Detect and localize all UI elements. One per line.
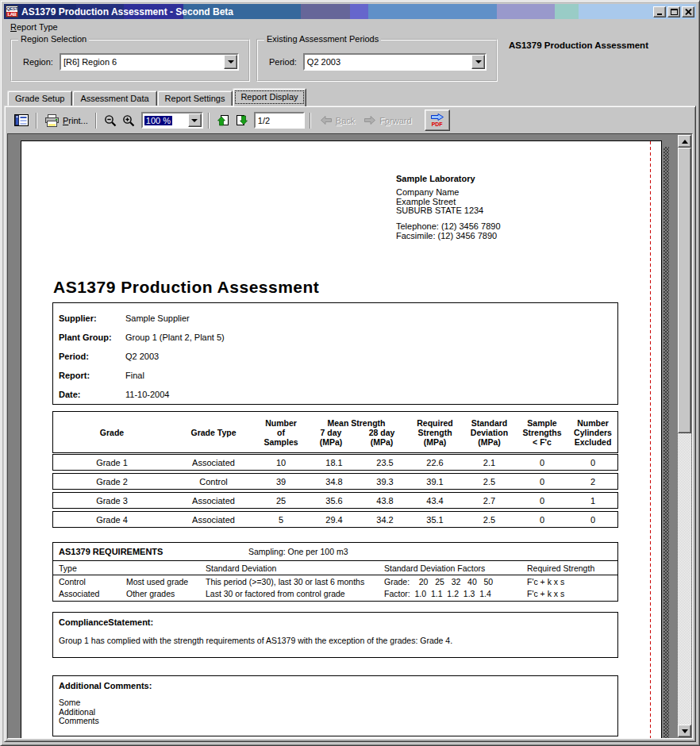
- zoom-in-button[interactable]: [120, 113, 138, 129]
- tabstrip: Grade Setup Assessment Data Report Setti…: [4, 87, 696, 106]
- period-dropdown-button[interactable]: [471, 55, 485, 69]
- toolbar-separator: [36, 113, 37, 129]
- letterhead-address: Company Name Example Street SUBURB STATE…: [396, 188, 483, 216]
- group-tree-toggle-button[interactable]: [12, 113, 31, 128]
- report-preview-area[interactable]: Sample Laboratory Company Name Example S…: [7, 133, 693, 739]
- vertical-scrollbar[interactable]: [678, 135, 691, 737]
- right-margin-guide: [650, 141, 651, 739]
- zoom-out-icon: [104, 114, 117, 127]
- back-label: Back: [336, 116, 355, 125]
- requirements-box: AS1379 REQUIREMENTS Sampling: One per 10…: [52, 542, 618, 602]
- zoom-level-combobox[interactable]: 100 %: [141, 112, 203, 129]
- app-window: QEST LAB AS1379 Production Assessment - …: [0, 0, 700, 746]
- region-selection-group: Region Selection Region: [R6] Region 6: [10, 39, 250, 82]
- period-value: Q2 2003: [305, 57, 471, 67]
- tab-grade-setup[interactable]: Grade Setup: [7, 90, 72, 106]
- report-title: AS1379 Production Assessment: [53, 278, 319, 297]
- grade-table-row: Grade 4Associated529.434.235.12.500: [52, 511, 618, 528]
- zoom-level-value: 100 %: [144, 116, 172, 125]
- titlebar[interactable]: QEST LAB AS1379 Production Assessment - …: [4, 4, 696, 19]
- menu-report-type[interactable]: Report Type: [10, 22, 58, 32]
- selection-panel: Region Selection Region: [R6] Region 6 E…: [4, 34, 696, 87]
- scrollbar-thumb[interactable]: [678, 148, 691, 433]
- grade-table-header: Grade Grade Type Number of Samples Mean …: [52, 411, 618, 453]
- report-display-page: Print... 100 %: [4, 106, 696, 742]
- pdf-export-icon: [431, 113, 444, 121]
- back-button[interactable]: Back: [316, 116, 360, 125]
- previous-page-button[interactable]: [214, 113, 233, 129]
- previous-page-icon: [217, 114, 230, 127]
- grade-table-row: Grade 2Control3934.839.339.12.502: [52, 473, 618, 490]
- report-toolbar: Print... 100 %: [7, 109, 693, 133]
- scroll-up-button[interactable]: [678, 135, 691, 148]
- arrow-up-icon: [682, 140, 688, 144]
- region-combobox[interactable]: [R6] Region 6: [60, 53, 239, 71]
- region-value: [R6] Region 6: [61, 57, 224, 67]
- arrow-down-icon: [682, 729, 688, 733]
- scroll-down-button[interactable]: [678, 725, 691, 737]
- report-page: Sample Laboratory Company Name Example S…: [21, 140, 662, 739]
- forward-button[interactable]: Forward: [360, 116, 416, 125]
- period-combobox[interactable]: Q2 2003: [303, 53, 487, 71]
- region-label: Region:: [23, 57, 53, 67]
- maximize-icon: [671, 9, 678, 15]
- chevron-down-icon: [228, 60, 234, 63]
- minimize-icon: [657, 13, 662, 15]
- grade-table-row: Grade 3Associated2535.643.843.42.701: [52, 492, 618, 509]
- zoom-in-icon: [122, 114, 136, 127]
- back-arrow-icon: [321, 116, 332, 125]
- close-icon: [685, 9, 692, 15]
- period-label: Period:: [269, 57, 297, 67]
- minimize-button[interactable]: [653, 6, 666, 17]
- close-button[interactable]: [682, 6, 694, 17]
- next-page-button[interactable]: [233, 113, 251, 129]
- region-dropdown-button[interactable]: [224, 55, 237, 69]
- printer-icon: [44, 114, 60, 127]
- window-title: AS1379 Production Assessment - Second Be…: [21, 6, 652, 17]
- toolbar-separator: [95, 113, 97, 129]
- letterhead-lab-name: Sample Laboratory: [396, 175, 475, 184]
- report-info-box: Supplier:Sample Supplier Plant Group:Gro…: [52, 302, 618, 405]
- zoom-out-button[interactable]: [102, 113, 120, 129]
- grade-table-row: Grade 1Associated1018.123.522.62.100: [52, 454, 618, 471]
- compliance-box: ComplianceStatement: Group 1 has complie…: [52, 612, 618, 658]
- toolbar-separator: [310, 113, 311, 129]
- letterhead-contact: Telephone: (12) 3456 7890 Facsimile: (12…: [396, 222, 501, 240]
- zoom-dropdown-button[interactable]: [188, 113, 202, 127]
- forward-arrow-icon: [364, 116, 375, 125]
- assessment-periods-group: Existing Assessment Periods Period: Q2 2…: [256, 39, 498, 82]
- group-tree-icon: [14, 114, 29, 126]
- panel-heading: AS1379 Production Assessment: [509, 40, 648, 50]
- page-number-input[interactable]: [254, 112, 305, 129]
- period-group-legend: Existing Assessment Periods: [264, 34, 381, 44]
- next-page-icon: [235, 114, 248, 127]
- comments-box: Additional Comments: Some Additional Com…: [52, 675, 618, 736]
- print-button[interactable]: Print...: [42, 113, 90, 129]
- toolbar-separator: [208, 113, 210, 129]
- maximize-button[interactable]: [667, 6, 680, 17]
- print-label: Print...: [63, 116, 88, 125]
- qestlab-logo-icon: QEST LAB: [6, 6, 18, 17]
- chevron-down-icon: [475, 60, 482, 63]
- pdf-label: PDF: [432, 121, 443, 127]
- export-pdf-button[interactable]: PDF: [425, 110, 450, 131]
- chevron-down-icon: [191, 119, 198, 122]
- menubar: Report Type: [4, 19, 696, 34]
- tab-report-settings[interactable]: Report Settings: [157, 90, 233, 106]
- tab-report-display[interactable]: Report Display: [233, 88, 306, 106]
- page-shadow: [663, 147, 669, 738]
- forward-label: Forward: [379, 116, 411, 125]
- tab-assessment-data[interactable]: Assessment Data: [72, 90, 156, 106]
- region-group-legend: Region Selection: [18, 34, 89, 44]
